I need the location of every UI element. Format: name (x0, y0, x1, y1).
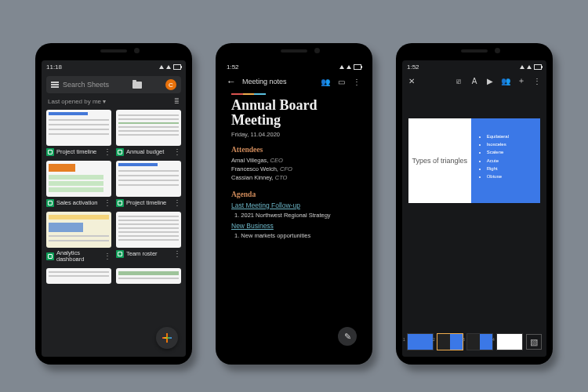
filmstrip: 1 2 3 4 ▧ (402, 327, 546, 357)
slide-thumb[interactable]: 3 (466, 333, 493, 350)
status-time: 1:52 (227, 64, 239, 71)
file-card[interactable]: Team roster⋮ (116, 212, 181, 263)
chevron-down-icon: ▾ (103, 98, 106, 105)
new-slide-button[interactable]: ▧ (526, 334, 542, 350)
status-bar: 1:52 (402, 60, 546, 73)
more-icon[interactable]: ⋮ (173, 250, 181, 258)
signal-icon (166, 65, 171, 69)
battery-icon (534, 64, 542, 70)
pencil-icon: ✎ (344, 332, 351, 342)
battery-icon (173, 64, 181, 70)
more-icon[interactable]: ⋮ (532, 76, 542, 85)
agenda-item: 1. 2021 Northwest Regional Strategy (234, 212, 357, 219)
more-icon[interactable]: ⋮ (103, 199, 111, 207)
slide-canvas[interactable]: Types of triangles Equilateral Isosceles… (408, 118, 540, 203)
share-icon[interactable]: 👥 (321, 77, 330, 86)
slide-content: Equilateral Isosceles Scalene Acute Righ… (471, 118, 540, 203)
more-icon[interactable]: ⋮ (103, 252, 111, 260)
front-camera (495, 48, 500, 53)
file-card[interactable] (46, 268, 111, 284)
phone-sheets: 11:18 Search Sheets C Last opened by me … (35, 43, 192, 365)
phone-docs: 1:52 ← Meeting notes 👥 ▭ ⋮ Annual Board … (216, 43, 372, 365)
menu-icon[interactable] (51, 82, 59, 88)
accent-bar (231, 93, 266, 95)
signal-icon (527, 65, 532, 69)
close-icon[interactable]: ✕ (407, 76, 416, 85)
search-bar[interactable]: Search Sheets C (46, 76, 181, 93)
back-icon[interactable]: ← (227, 76, 236, 87)
more-icon[interactable]: ⋮ (103, 148, 111, 156)
document-body[interactable]: Annual Board Meeting Friday, 11.04.2020 … (222, 90, 366, 357)
cast-icon[interactable]: ⎚ (454, 76, 463, 85)
present-icon[interactable]: ▶ (485, 76, 495, 85)
more-icon[interactable]: ⋮ (173, 199, 181, 207)
wifi-icon (520, 65, 524, 69)
front-camera (314, 48, 320, 53)
sheets-icon (46, 148, 54, 156)
share-icon[interactable]: 👥 (501, 76, 510, 85)
more-icon[interactable]: ⋮ (173, 148, 181, 156)
speaker (461, 49, 488, 53)
attendee-list: Amal Villegas, CEO Francesco Welch, CFO … (231, 156, 357, 183)
account-avatar[interactable]: C (165, 79, 176, 90)
file-card[interactable]: Analytics dashboard⋮ (46, 212, 111, 263)
comment-icon[interactable]: ▭ (336, 77, 346, 86)
file-grid: Project timeline⋮ Annual budget⋮ Sales a… (42, 107, 186, 287)
speaker (281, 49, 307, 53)
slides-toolbar: ✕ ⎚ A ▶ 👥 ＋ ⋮ (402, 73, 546, 89)
front-camera (134, 48, 140, 53)
file-card[interactable]: Sales activation⋮ (46, 161, 111, 207)
plus-icon (162, 333, 172, 343)
search-placeholder: Search Sheets (63, 81, 109, 89)
sheets-icon (46, 199, 54, 207)
more-icon[interactable]: ⋮ (352, 77, 361, 86)
text-icon[interactable]: A (470, 76, 479, 85)
agenda-item: 1. New markets opportunities (234, 232, 357, 239)
slide-thumb[interactable]: 4 (496, 333, 523, 350)
battery-icon (354, 64, 361, 70)
new-file-fab[interactable] (156, 327, 178, 349)
doc-toolbar: ← Meeting notes 👥 ▭ ⋮ (222, 73, 366, 90)
view-toggle-icon[interactable]: ≣ (174, 98, 180, 105)
file-card[interactable]: Annual budget⋮ (116, 110, 181, 156)
wifi-icon (339, 65, 344, 69)
section-attendees: Attendees (231, 146, 357, 154)
doc-heading: Annual Board Meeting (231, 98, 357, 128)
doc-date: Friday, 11.04.2020 (231, 131, 357, 138)
slide-thumb[interactable]: 2 (437, 333, 463, 350)
phone-slides: 1:52 ✕ ⎚ A ▶ 👥 ＋ ⋮ Types of triangles Eq… (396, 43, 553, 365)
file-card[interactable]: Project timeline⋮ (46, 110, 111, 156)
slide-title: Types of triangles (408, 118, 471, 203)
agenda-subheading: New Business (231, 222, 357, 230)
sheets-icon (116, 148, 124, 156)
folder-icon[interactable] (132, 82, 142, 89)
sheets-icon (46, 252, 54, 260)
section-agenda: Agenda (231, 191, 357, 198)
status-bar: 11:18 (42, 60, 186, 73)
file-card[interactable]: Project timeline⋮ (116, 161, 181, 207)
sheets-icon (116, 199, 124, 207)
status-time: 11:18 (46, 64, 62, 71)
wifi-icon (159, 65, 164, 69)
edit-fab[interactable]: ✎ (338, 327, 357, 346)
sort-dropdown[interactable]: Last opened by me ▾ (48, 98, 106, 105)
signal-icon (347, 65, 351, 69)
file-card[interactable] (116, 268, 181, 284)
add-icon[interactable]: ＋ (517, 76, 526, 85)
sheets-icon (116, 250, 124, 258)
agenda-subheading: Last Meeting Follow-up (231, 201, 357, 209)
speaker (100, 49, 127, 53)
status-time: 1:52 (407, 64, 419, 71)
doc-title[interactable]: Meeting notes (242, 78, 287, 85)
slide-thumb[interactable]: 1 (407, 333, 434, 350)
status-bar: 1:52 (222, 60, 366, 73)
